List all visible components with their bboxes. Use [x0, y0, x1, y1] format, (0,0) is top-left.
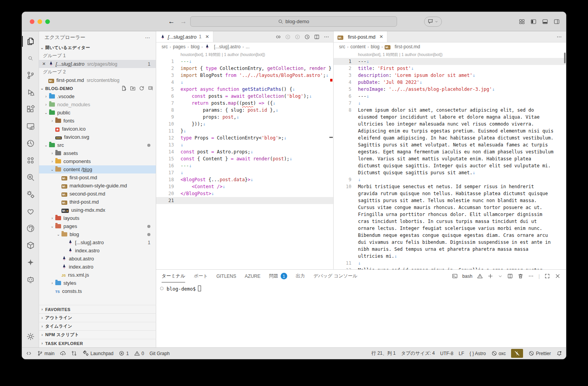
code-line-10[interactable]: 10Morbi tristique senectus et netus. Id … [334, 183, 566, 260]
code-line-1[interactable]: 1---↓ [156, 58, 333, 65]
close-tab-icon[interactable]: ✕ [379, 34, 383, 39]
next-change-icon[interactable] [295, 34, 300, 40]
breadcrumb-item[interactable]: [...slug].astro [214, 44, 240, 49]
activity-sparkle-icon[interactable] [22, 254, 39, 271]
activity-history-icon[interactable] [22, 135, 39, 152]
status-Launchpad[interactable]: Launchpad [82, 350, 113, 357]
minimize-window-button[interactable] [37, 19, 42, 24]
tree-item-index.astro[interactable]: index.astro [39, 247, 156, 255]
code-line-3[interactable]: 3description: 'Lorem ipsum dolor sit ame… [334, 72, 566, 79]
tree-item-second-post.md[interactable]: M↓second-post.md [39, 190, 156, 198]
status-0[interactable]: 0 [134, 350, 144, 356]
breadcrumb-item[interactable]: blog [191, 44, 199, 49]
activity-heart-icon[interactable] [22, 203, 39, 220]
close-window-button[interactable] [30, 19, 34, 24]
tree-item-first-post.md[interactable]: M↓first-post.md [39, 173, 156, 182]
editor-slug-astro[interactable]: houston[bot], 1 時間前 | 1 author (houston[… [156, 51, 333, 269]
open-changes-icon[interactable] [275, 34, 281, 40]
code-line-17[interactable]: 17↓ [156, 169, 333, 176]
activity-settings-gear-icon[interactable] [22, 328, 39, 345]
nav-back-button[interactable]: ← [168, 18, 175, 26]
more-icon[interactable] [556, 34, 562, 40]
breadcrumb-item[interactable]: content [350, 44, 365, 49]
warning-icon[interactable] [477, 273, 483, 279]
scrollbar-thumb[interactable] [564, 53, 566, 63]
tree-item-components[interactable]: ›components [39, 157, 156, 165]
trash-icon[interactable] [518, 273, 523, 279]
tree-item-.vscode[interactable]: ›.vscode [39, 92, 156, 100]
tree-item-consts.ts[interactable]: TSconsts.ts [39, 287, 156, 295]
panel-tab-ポート[interactable]: ポート [194, 270, 208, 282]
status-{ } Astro[interactable]: { } Astro [470, 351, 486, 356]
code-line-19[interactable]: 19 <Content />↓ [156, 183, 333, 190]
activity-search-icon[interactable] [22, 50, 39, 67]
activity-explorer-icon[interactable] [22, 33, 39, 50]
new-file-icon[interactable] [121, 85, 127, 91]
sidebar-section-NPM スクリプト[interactable]: ›NPM スクリプト [39, 330, 156, 339]
breadcrumb-item[interactable]: src [339, 44, 345, 49]
status-remote-indicator[interactable] [26, 350, 32, 356]
code-line-2[interactable]: 2title: 'First post'↓ [334, 65, 566, 72]
terminal-content[interactable]: blog-demo$ [156, 282, 566, 347]
code-line-5[interactable]: 5export async function getStaticPaths() … [156, 86, 333, 93]
code-line-15[interactable]: 15const { Content } = await render(post)… [156, 155, 333, 162]
chevron-down-icon[interactable] [498, 274, 503, 279]
panel-tab-問題[interactable]: 問題1 [269, 270, 287, 282]
status-cloud-upload[interactable] [60, 350, 66, 356]
code-line-9[interactable]: 9↓ [334, 176, 566, 183]
status-zap-off[interactable] [511, 349, 523, 358]
activity-container-box-icon[interactable] [22, 237, 39, 254]
code-line-11[interactable]: 11↓ [334, 260, 566, 267]
tree-item-assets[interactable]: ›assets [39, 149, 156, 157]
code-line-6[interactable]: 6 const posts = await getCollection('blo… [156, 93, 333, 100]
explorer-more-button[interactable]: ⋯ [145, 35, 150, 41]
code-line-10[interactable]: 10 }));↓ [156, 121, 333, 128]
sidebar-section-TASK EXPLORER[interactable]: ›TASK EXPLORER [39, 339, 156, 347]
status-main[interactable]: main [37, 350, 55, 356]
tab-first-post-md[interactable]: M↓ first-post.md ✕ [334, 31, 387, 42]
status-1[interactable]: 1 [119, 350, 129, 356]
code-line-6[interactable]: 6---↓ [334, 93, 566, 100]
command-center-search[interactable]: blog-demo [190, 16, 397, 27]
status-Prettier[interactable]: Prettier [528, 350, 551, 356]
tree-item-index.astro[interactable]: index.astro [39, 263, 156, 271]
tree-item-public[interactable]: ⌄public [39, 109, 156, 117]
open-editor-first-post.md[interactable]: M↓first-post.mdsrc/content/blog [39, 76, 156, 84]
activity-tools-gears-icon[interactable] [22, 186, 39, 203]
expand-icon[interactable] [544, 273, 550, 279]
code-line-21[interactable]: 21 [156, 197, 333, 204]
activity-robot-icon[interactable] [22, 271, 39, 288]
split-editor-icon[interactable] [507, 273, 513, 279]
tree-item-[...slug].astro[interactable]: [...slug].astro1 [39, 238, 156, 247]
copilot-chat-button[interactable] [424, 17, 442, 27]
tree-item-content / blog[interactable]: ⌄content / blog [39, 165, 156, 173]
activity-github-icon[interactable] [22, 220, 39, 237]
tree-item-node_modules[interactable]: ›node_modules [39, 100, 156, 109]
code-line-5[interactable]: 5heroImage: '../../assets/blog-placehold… [334, 86, 566, 93]
tree-item-rss.xml.js[interactable]: JSrss.xml.js [39, 271, 156, 279]
status-oxc[interactable]: oxc [491, 350, 506, 356]
tree-item-favicon.ico[interactable]: ★favicon.ico [39, 125, 156, 133]
tree-item-favicon.svg[interactable]: SVGfavicon.svg [39, 133, 156, 141]
sidebar-section-アウトライン[interactable]: ›アウトライン [39, 313, 156, 322]
toggle-panel-icon[interactable] [542, 19, 548, 25]
tree-item-styles[interactable]: ›styles [39, 279, 156, 287]
panel-tab-出力[interactable]: 出力 [296, 270, 305, 282]
breadcrumb-item[interactable]: src [162, 44, 168, 49]
collapse-all-icon[interactable] [148, 85, 153, 91]
tree-item-blog[interactable]: ⌄blog [39, 230, 156, 238]
code-line-1[interactable]: 1---↓ [334, 58, 566, 65]
tree-item-third-post.md[interactable]: M↓third-post.md [39, 198, 156, 206]
code-line-4[interactable]: 4pubDate: 'Jul 08 2022'↓ [334, 79, 566, 86]
toggle-sidebar-left-icon[interactable] [530, 19, 537, 25]
code-line-16[interactable]: 16---↓ [156, 162, 333, 169]
code-line-13[interactable]: 13↓ [156, 141, 333, 148]
code-line-7[interactable]: 7 return posts.map((post) => ({↓ [156, 100, 333, 107]
editor-first-post-md[interactable]: houston[bot], 1 時間前 | 1 author (houston[… [334, 51, 566, 269]
tab-slug-astro[interactable]: [...slug].astro 1 ✕ [156, 31, 213, 42]
more-icon[interactable] [324, 34, 329, 40]
status-行 21、列 1[interactable]: 行 21、列 1 [372, 350, 396, 357]
code-line-11[interactable]: 11}↓ [156, 128, 333, 134]
status-compare-branch[interactable] [71, 350, 77, 356]
code-line-8[interactable]: 8Lorem ipsum dolor sit amet, consectetur… [334, 107, 566, 176]
